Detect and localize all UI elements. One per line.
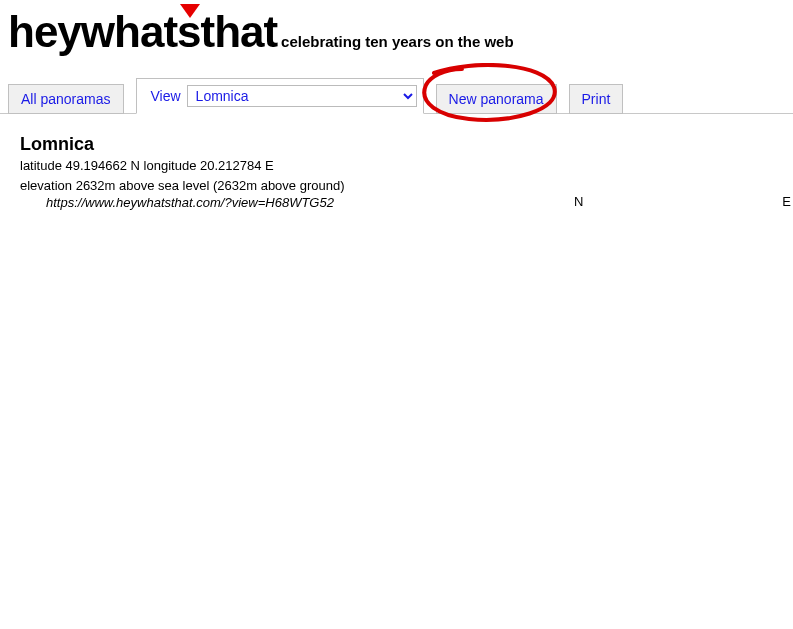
tab-new-panorama[interactable]: New panorama — [436, 84, 557, 114]
tab-print[interactable]: Print — [569, 84, 624, 114]
new-panorama-wrapper: New panorama — [436, 83, 557, 113]
place-elevation: elevation 2632m above sea level (2632m a… — [20, 177, 793, 195]
panorama-preview: N E (vertical scale exag — [520, 194, 793, 210]
tagline: celebrating ten years on the web — [281, 33, 514, 50]
tab-bar: All panoramas View Lomnica New panorama … — [0, 82, 793, 114]
site-logo[interactable]: heywhatsthat — [8, 10, 277, 54]
main-content: Lomnica latitude 49.194662 N longitude 2… — [0, 114, 793, 210]
logo-marker-icon — [178, 4, 202, 23]
compass-e: E — [782, 194, 791, 209]
compass-labels: N E — [520, 194, 793, 210]
tab-all-panoramas[interactable]: All panoramas — [8, 84, 124, 114]
header: heywhatsthat celebrating ten years on th… — [0, 0, 793, 54]
view-select[interactable]: Lomnica — [187, 85, 417, 107]
tab-view-label: View — [151, 88, 181, 104]
logo-text: heywhatsthat — [8, 7, 277, 56]
place-title: Lomnica — [20, 134, 793, 155]
place-coords: latitude 49.194662 N longitude 20.212784… — [20, 157, 793, 175]
tab-view[interactable]: View Lomnica — [136, 78, 424, 114]
compass-n: N — [574, 194, 583, 209]
svg-marker-0 — [180, 4, 200, 18]
